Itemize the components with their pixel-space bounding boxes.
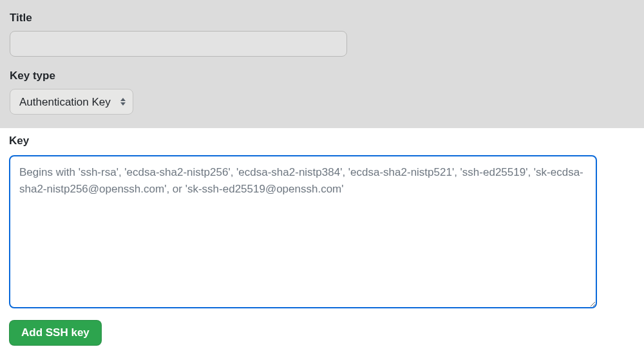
title-label: Title xyxy=(10,12,634,24)
keytype-field-group: Key type Authentication Key xyxy=(10,70,634,115)
form-top-section: Title Key type Authentication Key xyxy=(0,0,644,128)
keytype-select[interactable]: Authentication Key xyxy=(10,89,133,115)
title-field-group: Title xyxy=(10,12,634,57)
key-textarea[interactable] xyxy=(9,155,597,308)
add-ssh-key-button[interactable]: Add SSH key xyxy=(9,320,102,346)
keytype-select-wrapper: Authentication Key xyxy=(10,89,133,115)
form-bottom-section: Key Add SSH key xyxy=(0,128,644,347)
keytype-label: Key type xyxy=(10,70,634,82)
title-input[interactable] xyxy=(10,31,347,57)
key-label: Key xyxy=(9,135,635,147)
